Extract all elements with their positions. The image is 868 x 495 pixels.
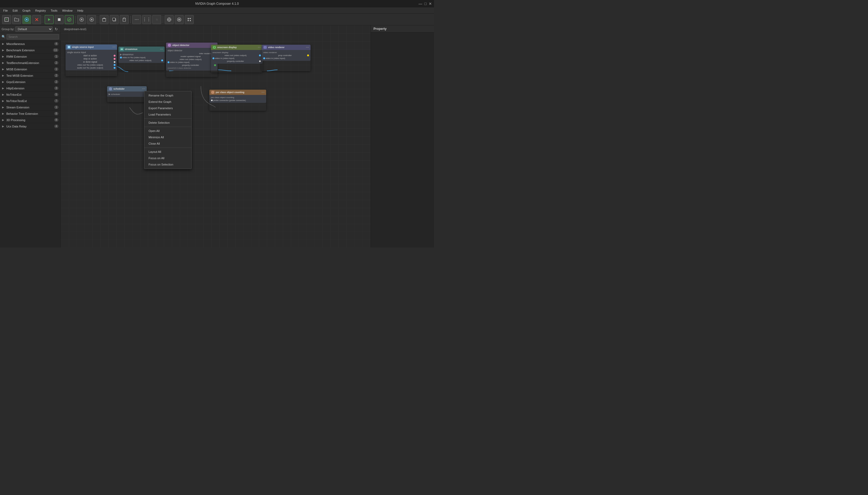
ext-item-0[interactable]: ▶ Miscellaneous 4 [0,41,60,47]
port-sr-done[interactable] [114,61,116,63]
paste-button[interactable] [120,15,129,24]
dots2-button[interactable]: ⋮⋮ [142,15,151,24]
ext-item-10[interactable]: ▶ Stream Extension 1 [0,104,60,110]
layout-button[interactable] [185,15,194,24]
port-mux-video-out[interactable] [161,59,163,61]
ctx-open-all[interactable]: Open All [144,128,191,134]
toolbar-sep-1 [43,16,43,23]
copy-button[interactable] [110,15,119,24]
download-button[interactable] [77,15,86,24]
ctx-extend-graph[interactable]: Extend the Graph [144,99,191,105]
ext-count-11: 8 [54,112,58,115]
ctx-delete-selection[interactable]: Delete Selection [144,120,191,126]
ext-arrow-4: ▶ [2,68,5,71]
node-per-class[interactable]: # per class object counting ⋯ per class … [209,90,266,111]
ext-item-3[interactable]: ▶ TestBenchmarkExtension 2 [0,60,60,66]
menu-graph[interactable]: Graph [20,8,33,13]
node-video-renderer[interactable]: video renderer ⋯ video renderer prop con… [262,45,311,71]
ctx-rename-graph[interactable]: Rename the Graph [144,92,191,99]
ext-item-5[interactable]: ▶ Test MISB Extension 2 [0,72,60,79]
new-button[interactable]: + [2,15,11,24]
ctx-export-params[interactable]: Export Parameters [144,105,191,111]
port-vr-video-in[interactable] [263,57,265,59]
menu-file[interactable]: File [1,8,10,13]
node-menu-streammux[interactable]: ⋯ [160,47,163,51]
node-onscreen-display[interactable]: onscreen display ⋯ onscreen display vide… [211,45,263,72]
refresh-button[interactable]: ↻ [54,27,59,32]
graph-area[interactable]: deepstream-test1 single source input [61,25,371,248]
ctx-load-params[interactable]: Load Parameters [144,111,191,118]
node-object-detector[interactable]: object detector ⋯ object detector infer … [166,42,217,77]
ext-name-4: MISB Extension [6,68,54,71]
menu-window[interactable]: Window [60,8,74,13]
ctx-layout-all[interactable]: Layout All [144,149,191,155]
ext-item-11[interactable]: ▶ Behavior Tree Extension 8 [0,110,60,117]
search-row: 🔍 [0,33,60,41]
ext-item-8[interactable]: ▶ NvTritonExt 5 [0,91,60,98]
upload-button[interactable] [87,15,96,24]
port-stop-sr[interactable] [114,58,116,60]
scheduler-expand[interactable]: ▶ [109,93,110,96]
target2-button[interactable] [175,15,184,24]
port-osd-prop[interactable] [259,60,261,62]
play-button[interactable] [45,15,54,24]
svg-marker-6 [48,18,51,21]
port-video-out[interactable] [114,64,116,66]
node-menu-scheduler[interactable]: ⋯ [142,87,145,91]
save-button[interactable] [22,15,31,24]
menu-edit[interactable]: Edit [11,8,20,13]
ctx-focus-all[interactable]: Focus on All [144,155,191,161]
node-title-streammux: streammux [125,48,138,51]
ext-item-1[interactable]: ▶ Benchmark Extension 11 [0,47,60,53]
port-start-sr[interactable] [114,55,116,56]
port-video-in-mux[interactable] [120,56,122,58]
ext-item-7[interactable]: ▶ HttpExtension 3 [0,85,60,91]
node-scheduler[interactable]: scheduler ⋯ ▶ scheduler [107,86,147,102]
target1-button[interactable] [165,15,174,24]
ext-item-4[interactable]: ▶ MISB Extension 1 [0,66,60,72]
ctx-focus-selection[interactable]: Focus on Selection [144,161,191,168]
dots1-button[interactable]: ⋯ [132,15,141,24]
menu-help[interactable]: Help [75,8,85,13]
menu-registry[interactable]: Registry [33,8,48,13]
node-streammux[interactable]: streammux ⋯ ▶ streammux video in %u (vid… [119,47,165,70]
ext-item-12[interactable]: ▶ 3D Processing 8 [0,117,60,123]
ext-count-3: 2 [54,61,58,65]
port-vr-prop[interactable] [307,54,309,56]
menu-tools[interactable]: Tools [49,8,60,13]
port-per-class-probe[interactable] [211,99,213,101]
port-osd-video-out[interactable] [259,54,261,56]
ext-item-2[interactable]: ▶ RMM Extension 1 [0,53,60,60]
node-menu-single-source[interactable]: ⋯ [112,45,116,49]
port-det-video-in[interactable] [167,61,170,63]
ctx-close-all[interactable]: Close All [144,140,191,147]
ext-count-10: 1 [54,105,58,109]
group-by-select[interactable]: Default [15,27,53,32]
open-button[interactable] [12,15,21,24]
close-file-button[interactable] [32,15,41,24]
node-menu-onscreen[interactable]: ⋯ [258,46,261,49]
delete-button[interactable] [100,15,109,24]
ctx-minimize-all[interactable]: Minimize All [144,134,191,140]
ext-item-13[interactable]: ▶ Ucx Data Relay 4 [0,123,60,130]
check-button[interactable] [65,15,74,24]
ext-arrow-2: ▶ [2,55,5,58]
node-single-source-input[interactable]: single source input ⋯ single source inpu… [66,45,117,76]
ext-name-3: TestBenchmarkExtension [6,61,54,65]
ext-item-6[interactable]: ▶ GrpcExtension 2 [0,79,60,85]
context-menu: Rename the Graph Extend the Graph Export… [144,91,192,169]
ext-name-13: Ucx Data Relay [6,125,54,128]
minimize-button[interactable]: — [419,2,422,6]
node-title-onscreen-display: onscreen display [217,46,237,49]
ext-item-9[interactable]: ▶ NvTritonTestExt 7 [0,98,60,104]
node-menu-video-renderer[interactable]: ⋯ [306,46,309,49]
maximize-button[interactable]: □ [424,2,427,6]
stop-button[interactable] [55,15,64,24]
port-osd-video-in[interactable] [213,57,214,59]
search-input[interactable] [6,34,59,39]
node-expand-streammux[interactable]: ▶ [120,53,122,56]
rect-button[interactable]: ◾ [152,15,161,24]
close-button[interactable]: ✕ [429,2,432,6]
port-audio-out[interactable] [114,67,116,69]
node-menu-per-class[interactable]: ⋯ [261,90,265,94]
